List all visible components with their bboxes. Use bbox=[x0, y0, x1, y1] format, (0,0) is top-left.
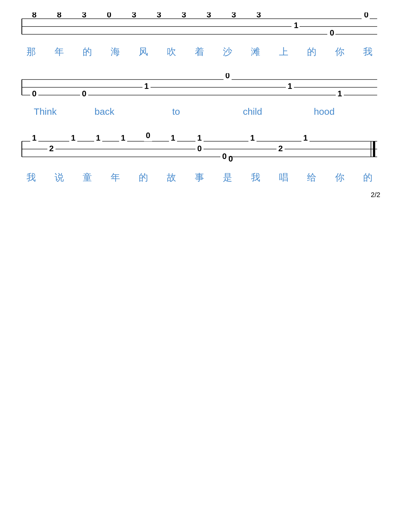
section-1: 8 8 3 0 3 3 3 3 3 3 1 0 0 那 bbox=[19, 12, 380, 61]
lyrics-row-2: Think back to child hood bbox=[19, 104, 380, 119]
svg-text:3: 3 bbox=[132, 12, 136, 19]
lyric-char: to bbox=[140, 106, 212, 117]
lyric-char: 给 bbox=[302, 171, 321, 184]
svg-text:1: 1 bbox=[121, 133, 125, 143]
lyric-char: 你 bbox=[330, 46, 349, 58]
lyric-char: 滩 bbox=[246, 46, 265, 58]
svg-text:1: 1 bbox=[338, 89, 342, 98]
svg-text:1: 1 bbox=[197, 133, 202, 143]
svg-text:3: 3 bbox=[157, 12, 161, 19]
lyric-char: 风 bbox=[134, 46, 153, 58]
lyric-char: 唱 bbox=[274, 171, 293, 184]
lyric-char: 说 bbox=[50, 171, 69, 184]
staff-svg-1: 8 8 3 0 3 3 3 3 3 3 1 0 0 bbox=[19, 12, 380, 41]
svg-text:0: 0 bbox=[228, 154, 233, 163]
svg-text:1: 1 bbox=[171, 133, 175, 143]
lyric-char: 童 bbox=[78, 171, 97, 184]
tab-staff-2: 0 0 1 0 1 1 bbox=[19, 73, 380, 101]
lyric-char: 沙 bbox=[218, 46, 237, 58]
lyric-char: 海 bbox=[106, 46, 125, 58]
lyric-char: 年 bbox=[50, 46, 69, 58]
svg-text:0: 0 bbox=[146, 132, 150, 140]
lyric-char: 的 bbox=[358, 171, 377, 184]
svg-text:0: 0 bbox=[82, 89, 86, 98]
lyric-char: 上 bbox=[274, 46, 293, 58]
svg-text:1: 1 bbox=[96, 133, 100, 143]
lyric-char: 的 bbox=[134, 171, 153, 184]
lyric-char: 我 bbox=[22, 171, 41, 184]
svg-text:0: 0 bbox=[364, 12, 368, 19]
svg-text:1: 1 bbox=[294, 21, 298, 30]
svg-text:2: 2 bbox=[49, 144, 54, 153]
page-container: 8 8 3 0 3 3 3 3 3 3 1 0 0 那 bbox=[0, 0, 399, 211]
lyric-char: 你 bbox=[330, 171, 349, 184]
lyrics-row-3: 我 说 童 年 的 故 事 是 我 唱 给 你 的 bbox=[19, 169, 380, 186]
svg-text:8: 8 bbox=[32, 12, 36, 19]
svg-text:1: 1 bbox=[144, 81, 149, 91]
svg-text:0: 0 bbox=[225, 73, 230, 80]
lyrics-row-1: 那 年 的 海 风 吹 着 沙 滩 上 的 你 我 bbox=[19, 43, 380, 61]
lyric-char: 那 bbox=[22, 46, 41, 58]
lyric-char: 是 bbox=[218, 171, 237, 184]
lyric-char: child bbox=[212, 106, 293, 117]
lyric-char: 的 bbox=[78, 46, 97, 58]
svg-text:3: 3 bbox=[182, 12, 186, 19]
svg-text:1: 1 bbox=[71, 133, 75, 143]
lyric-char: 年 bbox=[106, 171, 125, 184]
lyric-char: 着 bbox=[190, 46, 209, 58]
svg-text:1: 1 bbox=[250, 133, 255, 143]
svg-text:0: 0 bbox=[107, 12, 111, 19]
tab-staff-1: 8 8 3 0 3 3 3 3 3 3 1 0 0 bbox=[19, 12, 380, 41]
svg-text:3: 3 bbox=[232, 12, 236, 19]
lyric-char: 我 bbox=[246, 171, 265, 184]
svg-text:1: 1 bbox=[32, 133, 36, 143]
lyric-char: back bbox=[69, 106, 140, 117]
svg-text:3: 3 bbox=[207, 12, 211, 19]
svg-text:0: 0 bbox=[197, 144, 202, 153]
lyric-char: 我 bbox=[358, 46, 377, 58]
svg-text:3: 3 bbox=[82, 12, 86, 19]
lyric-char: 事 bbox=[190, 171, 209, 184]
tab-staff-3: 1 2 1 1 1 0 1 1 bbox=[19, 132, 380, 166]
page-number: 2/2 bbox=[371, 191, 380, 199]
svg-text:3: 3 bbox=[257, 12, 261, 19]
lyric-char: 吹 bbox=[162, 46, 181, 58]
svg-text:1: 1 bbox=[288, 81, 292, 91]
lyric-char: hood bbox=[293, 106, 355, 117]
lyric-char: 的 bbox=[302, 46, 321, 58]
lyric-char: 故 bbox=[162, 171, 181, 184]
svg-text:0: 0 bbox=[32, 89, 36, 98]
svg-text:1: 1 bbox=[303, 133, 308, 143]
staff-svg-3: 1 2 1 1 1 0 1 1 bbox=[19, 132, 380, 166]
staff-svg-2: 0 0 1 0 1 1 bbox=[19, 73, 380, 101]
svg-text:2: 2 bbox=[278, 144, 283, 153]
section-2: 0 0 1 0 1 1 bbox=[19, 73, 380, 119]
svg-text:0: 0 bbox=[330, 28, 334, 37]
svg-text:0: 0 bbox=[222, 152, 227, 161]
section-3: 1 2 1 1 1 0 1 1 bbox=[19, 132, 380, 186]
svg-text:8: 8 bbox=[57, 12, 61, 19]
lyric-char: Think bbox=[22, 106, 69, 117]
